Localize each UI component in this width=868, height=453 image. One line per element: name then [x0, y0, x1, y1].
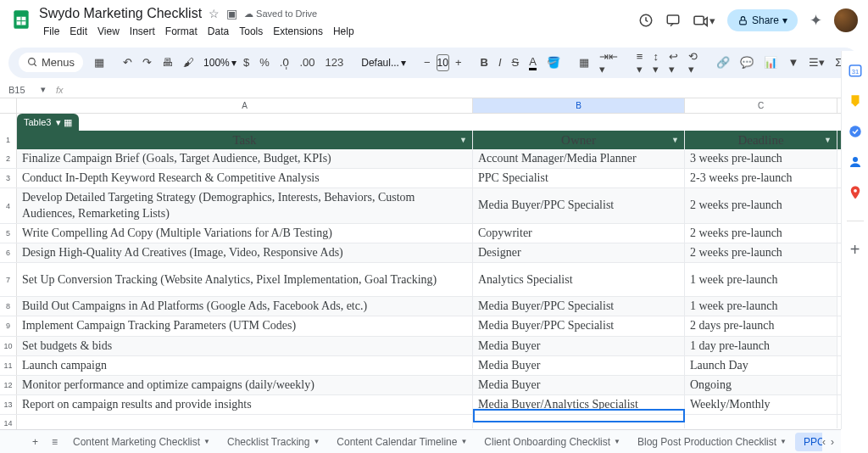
cell-task[interactable]: Conduct In-Depth Keyword Research & Comp… [17, 169, 473, 187]
cell-task[interactable]: Monitor performance and optimize campaig… [17, 376, 473, 394]
link-icon[interactable]: 🔗 [712, 53, 734, 72]
add-sheet-icon[interactable]: + [25, 433, 45, 451]
merge-icon[interactable]: ⇥⇤ ▾ [595, 47, 622, 79]
bold-icon[interactable]: B [476, 53, 492, 72]
row-header[interactable]: 3 [0, 169, 17, 187]
cell-deadline[interactable]: Ongoing [685, 376, 837, 394]
menu-file[interactable]: File [39, 24, 64, 39]
cell-owner[interactable]: Analytics Specialist [473, 263, 685, 296]
row-header[interactable]: 11 [0, 356, 17, 375]
gemini-icon[interactable]: ✦ [810, 11, 822, 30]
all-sheets-icon[interactable]: ≡ [45, 433, 64, 451]
italic-icon[interactable]: I [494, 53, 506, 72]
row-header[interactable]: 1 [0, 131, 17, 149]
redo-icon[interactable]: ↷ [138, 53, 156, 72]
cell-deadline[interactable]: Launch Day [685, 356, 837, 375]
increase-decimal-icon[interactable]: .00 [295, 53, 319, 72]
row-header[interactable]: 2 [0, 149, 17, 168]
name-box-dropdown[interactable]: ▾ [41, 84, 49, 95]
cell-task[interactable]: Set Up Conversion Tracking (Website Anal… [17, 263, 473, 296]
cell-deadline[interactable]: 3 weeks pre-launch [685, 149, 837, 168]
chevron-down-icon[interactable]: ▼ [824, 136, 832, 144]
row-header[interactable]: 5 [0, 224, 17, 243]
col-header-a[interactable]: A [17, 98, 473, 113]
menu-extensions[interactable]: Extensions [269, 24, 327, 39]
text-color-icon[interactable]: A [525, 52, 541, 74]
search-menus[interactable]: Menus [19, 53, 83, 72]
keep-icon[interactable] [848, 93, 863, 109]
chevron-down-icon[interactable]: ▼ [614, 438, 620, 445]
table-chip[interactable]: Table3 ▾ ▦ [17, 114, 79, 131]
font-select[interactable]: Defaul... ▾ [358, 55, 409, 70]
cell-owner[interactable]: Media Buyer/PPC Specialist [473, 297, 685, 316]
cell[interactable] [473, 415, 685, 428]
more-formats-icon[interactable]: 123 [321, 53, 348, 72]
share-button[interactable]: Share ▾ [727, 9, 798, 31]
row-header[interactable]: 8 [0, 297, 17, 316]
row-header[interactable]: 13 [0, 395, 17, 414]
decrease-font-icon[interactable]: − [420, 53, 435, 72]
cell-task[interactable]: Set budgets & bids [17, 337, 473, 355]
row-header[interactable] [0, 114, 17, 131]
chevron-down-icon[interactable]: ▼ [203, 438, 210, 445]
chevron-down-icon[interactable]: ▼ [460, 438, 467, 445]
col-header-b[interactable]: B [473, 98, 685, 113]
comment-icon[interactable]: 💬 [736, 53, 758, 72]
rotate-icon[interactable]: ⟲ ▾ [684, 47, 702, 79]
header-task[interactable]: Task▼ [17, 131, 473, 149]
comments-icon[interactable] [665, 13, 681, 28]
sheets-logo[interactable] [10, 8, 32, 31]
cell-task[interactable]: Build Out Campaigns in Ad Platforms (Goo… [17, 297, 473, 316]
name-box[interactable]: B15 [5, 85, 41, 95]
row-header[interactable]: 12 [0, 376, 17, 394]
meet-icon[interactable]: ▾ [693, 14, 715, 27]
row-header[interactable]: 6 [0, 243, 17, 262]
sheet-tab[interactable]: Content Calendar Timeline▼ [328, 433, 476, 451]
row-header[interactable]: 14 [0, 415, 17, 429]
percent-icon[interactable]: % [255, 53, 274, 72]
cell[interactable] [685, 415, 837, 428]
cell-task[interactable]: Write Compelling Ad Copy (Multiple Varia… [17, 224, 473, 243]
cell-owner[interactable]: Media Buyer [473, 356, 685, 375]
zoom-select[interactable]: 100% ▾ [200, 55, 229, 70]
cell-owner[interactable]: Account Manager/Media Planner [473, 149, 685, 168]
header-owner[interactable]: Owner▼ [473, 131, 685, 149]
menu-tools[interactable]: Tools [235, 24, 267, 39]
tasks-icon[interactable] [848, 124, 863, 139]
scroll-tabs-left-icon[interactable]: ‹ [822, 436, 826, 448]
chart-icon[interactable]: 📊 [760, 53, 782, 72]
cell-owner[interactable]: Copywriter [473, 224, 685, 243]
currency-icon[interactable]: $ [239, 53, 253, 72]
cell-task[interactable]: Launch campaign [17, 356, 473, 375]
cell-deadline[interactable]: 2-3 weeks pre-launch [685, 169, 837, 187]
cell-deadline[interactable]: 2 weeks pre-launch [685, 188, 837, 222]
row-header[interactable]: 7 [0, 263, 17, 296]
cell-task[interactable]: Report on campaign results and provide i… [17, 395, 473, 414]
cell[interactable] [17, 415, 473, 428]
borders-icon[interactable]: ▦ [575, 53, 593, 72]
cell-deadline[interactable]: 2 weeks pre-launch [685, 243, 837, 262]
sheet-tab[interactable]: Content Marketing Checklist▼ [64, 433, 219, 451]
chevron-down-icon[interactable]: ▼ [313, 438, 320, 445]
add-addons-icon[interactable]: + [848, 242, 863, 257]
menu-data[interactable]: Data [203, 24, 233, 39]
header-deadline[interactable]: Deadline▼ [685, 131, 837, 149]
contacts-icon[interactable] [848, 154, 863, 170]
account-avatar[interactable] [834, 8, 858, 32]
filter-views-icon[interactable]: ☰▾ [804, 53, 829, 72]
sheet-tab[interactable]: Client Onboarding Checklist▼ [476, 433, 629, 451]
undo-icon[interactable]: ↶ [119, 53, 136, 72]
cell-deadline[interactable]: 1 day pre-launch [685, 337, 837, 355]
cell-task[interactable]: Design High-Quality Ad Creatives (Image,… [17, 243, 473, 262]
increase-font-icon[interactable]: + [451, 53, 466, 72]
move-icon[interactable]: ▣ [226, 7, 237, 20]
v-align-icon[interactable]: ↕ ▾ [648, 47, 663, 79]
select-all-cell[interactable] [0, 98, 17, 113]
menu-help[interactable]: Help [329, 24, 359, 39]
row-header[interactable]: 4 [0, 188, 17, 222]
cell-deadline[interactable]: 2 weeks pre-launch [685, 224, 837, 243]
cell-owner[interactable]: Media Buyer [473, 337, 685, 355]
doc-title[interactable]: Swydo Marketing Checklist [39, 6, 202, 21]
fill-color-icon[interactable]: 🪣 [542, 53, 565, 72]
col-header-c[interactable]: C [685, 98, 837, 113]
